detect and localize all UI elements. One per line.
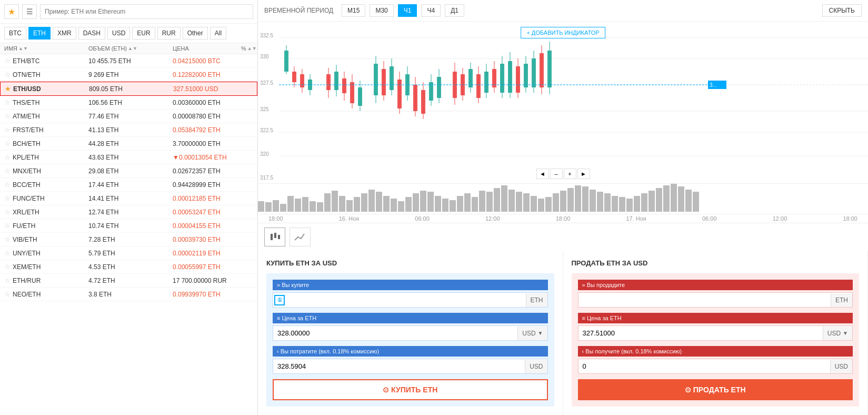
tab-other[interactable]: Other xyxy=(183,27,208,39)
star-icon[interactable]: ☆ xyxy=(4,140,11,147)
period-m30[interactable]: М30 xyxy=(370,4,393,17)
volume-bar xyxy=(457,196,463,212)
tab-btc[interactable]: BTC xyxy=(4,27,26,39)
table-row[interactable]: ☆ MNX/ETH 29.08 ETH 0.02672357 ETH 23.72… xyxy=(0,164,257,178)
sell-amount-input[interactable] xyxy=(578,293,831,307)
table-row[interactable]: ☆ ETH/BTC 10 455.75 ETH 0.04215000 BTC -… xyxy=(0,54,257,68)
sell-get-section: ‹ Вы получите (вкл. 0.18% комиссию) USD xyxy=(578,346,853,374)
sell-button[interactable]: ⊙ ПРОДАТЬ ETH xyxy=(578,379,853,400)
volume-cell: 41.13 ETH xyxy=(88,126,173,134)
price-cell: ▼0.00013054 ETH xyxy=(173,154,241,161)
table-row[interactable]: ☆ FU/ETH 10.74 ETH 0.00004155 ETH -8.36% xyxy=(0,219,257,233)
star-icon[interactable]: ☆ xyxy=(4,167,11,175)
pair-cell: ☆ MNX/ETH xyxy=(4,167,88,175)
table-row[interactable]: ★ ETH/USD 809.05 ETH 327.51000 USD -0.87… xyxy=(0,82,257,96)
tab-all[interactable]: All xyxy=(210,27,226,39)
change-cell: -0.47% xyxy=(241,209,257,216)
currency-tabs: BTC ETH XMR DASH USD EUR RUR Other All xyxy=(0,24,257,43)
buy-button[interactable]: ⊙ КУПИТЬ ETH xyxy=(273,379,548,400)
tab-eur[interactable]: EUR xyxy=(132,27,155,39)
sort-arrows-change[interactable]: ▲▼ xyxy=(247,46,257,51)
table-row[interactable]: ☆ KPL/ETH 43.63 ETH ▼0.00013054 ETH -5.3… xyxy=(0,151,257,164)
tab-usd[interactable]: USD xyxy=(107,27,130,39)
table-row[interactable]: ☆ ETH/RUR 4.72 ETH 17 700.00000 RUR 4.12… xyxy=(0,274,257,288)
pair-cell: ☆ XRL/ETH xyxy=(4,208,88,216)
table-row[interactable]: ☆ VIB/ETH 7.28 ETH 0.00039730 ETH -10.38… xyxy=(0,233,257,246)
table-row[interactable]: ☆ UNY/ETH 5.79 ETH 0.00002119 ETH -7.26% xyxy=(0,246,257,260)
star-icon[interactable]: ☆ xyxy=(4,194,11,202)
chart-nav-back[interactable]: ◄ xyxy=(536,169,549,179)
buy-price-row: USD ▼ xyxy=(273,325,548,341)
table-row[interactable]: ☆ ATM/ETH 77.46 ETH 0.00008780 ETH 6.55% xyxy=(0,110,257,123)
sell-price-input[interactable] xyxy=(578,326,823,340)
sort-arrows-name[interactable]: ▲▼ xyxy=(18,46,28,51)
period-d1[interactable]: Д1 xyxy=(445,4,464,17)
list-icon[interactable]: ☰ xyxy=(22,4,37,19)
table-row[interactable]: ☆ BCC/ETH 17.44 ETH 0.94428999 ETH 8.04% xyxy=(0,178,257,192)
chart-nav-minus[interactable]: – xyxy=(550,169,563,179)
sell-panel: ПРОДАТЬ ETH ЗА USD » Вы продадите ETH xyxy=(563,251,869,415)
table-row[interactable]: ☆ BCH/ETH 44.28 ETH 3.70000000 ETH 20.52… xyxy=(0,137,257,151)
svg-text:330: 330 xyxy=(260,54,269,60)
price-cell: 0.00004155 ETH xyxy=(173,222,241,230)
pair-cell: ☆ BCC/ETH xyxy=(4,181,88,189)
star-icon[interactable]: ☆ xyxy=(4,57,11,65)
star-icon[interactable]: ☆ xyxy=(4,263,11,271)
star-icon[interactable]: ☆ xyxy=(4,290,11,298)
tab-rur[interactable]: RUR xyxy=(157,27,181,39)
chart-type-line[interactable] xyxy=(290,228,311,246)
star-icon[interactable]: ☆ xyxy=(4,181,11,189)
star-icon[interactable]: ☆ xyxy=(4,222,11,230)
star-icon[interactable]: ☆ xyxy=(4,112,11,120)
sell-get-input[interactable] xyxy=(578,359,830,373)
period-h1[interactable]: Ч1 xyxy=(398,4,417,17)
period-h4[interactable]: Ч4 xyxy=(421,4,441,17)
buy-amount-input[interactable] xyxy=(286,293,526,307)
table-row[interactable]: ☆ OTN/ETH 9 269 ETH 0.12282000 ETH -13.3… xyxy=(0,68,257,82)
star-icon[interactable]: ☆ xyxy=(4,71,11,78)
volume-bar xyxy=(464,193,471,212)
favorites-icon[interactable]: ★ xyxy=(4,4,19,19)
period-m15[interactable]: М15 xyxy=(342,4,365,17)
add-indicator-button[interactable]: + ДОБАВИТЬ ИНДИКАТОР xyxy=(521,27,605,38)
hide-button[interactable]: СКРЫТЬ xyxy=(822,4,862,17)
buy-amount-currency: ETH xyxy=(526,293,547,307)
star-icon[interactable]: ★ xyxy=(5,85,11,93)
star-icon[interactable]: ☆ xyxy=(4,276,11,284)
change-cell: -14.48% xyxy=(241,291,257,298)
table-row[interactable]: ☆ FUNC/ETH 14.41 ETH 0.00012185 ETH -48.… xyxy=(0,192,257,205)
tab-eth[interactable]: ETH xyxy=(28,27,51,39)
star-icon[interactable]: ☆ xyxy=(4,208,11,216)
svg-text:327.5: 327.5 xyxy=(260,80,273,86)
star-icon[interactable]: ☆ xyxy=(4,126,11,134)
chart-nav-forward[interactable]: ► xyxy=(577,169,590,179)
sell-price-currency-chevron[interactable]: ▼ xyxy=(843,330,848,336)
table-row[interactable]: ☆ FRST/ETH 41.13 ETH 0.05384792 ETH -0.1… xyxy=(0,123,257,137)
buy-price-currency: USD ▼ xyxy=(517,327,547,340)
buy-form: » Вы купите ① ETH ≡ Цена за ETH xyxy=(266,273,554,407)
header-name: ИМЯ ▲▼ xyxy=(4,45,88,52)
chart-type-candlestick[interactable] xyxy=(264,228,285,246)
table-row[interactable]: ☆ XRL/ETH 12.74 ETH 0.00053247 ETH -0.47… xyxy=(0,205,257,219)
buy-price-currency-chevron[interactable]: ▼ xyxy=(538,330,543,336)
table-row[interactable]: ☆ THS/ETH 106.56 ETH 0.00360000 ETH 0% xyxy=(0,96,257,110)
table-row[interactable]: ☆ NEO/ETH 3.8 ETH 0.09939970 ETH -14.48% xyxy=(0,288,257,301)
tab-dash[interactable]: DASH xyxy=(78,27,105,39)
search-input[interactable] xyxy=(40,4,253,19)
table-header: ИМЯ ▲▼ ОБЪЕМ (ETH) ▲▼ ЦЕНА % ▲▼ xyxy=(0,43,257,54)
star-icon[interactable]: ☆ xyxy=(4,98,11,106)
pair-name: ATM/ETH xyxy=(13,113,40,120)
star-icon[interactable]: ☆ xyxy=(4,235,11,243)
price-cell: 0.04215000 BTC xyxy=(173,57,241,65)
sort-arrows-volume[interactable]: ▲▼ xyxy=(128,46,137,51)
tab-xmr[interactable]: XMR xyxy=(53,27,76,39)
volume-bar xyxy=(427,192,434,212)
buy-price-input[interactable] xyxy=(273,326,517,340)
buy-spend-input[interactable] xyxy=(273,359,525,373)
star-icon[interactable]: ☆ xyxy=(4,153,11,161)
table-row[interactable]: ☆ XEM/ETH 4.53 ETH 0.00055997 ETH -23.22… xyxy=(0,260,257,274)
chart-nav-plus[interactable]: + xyxy=(564,169,576,179)
volume-bar xyxy=(508,190,515,212)
star-icon[interactable]: ☆ xyxy=(4,249,11,257)
svg-rect-78 xyxy=(271,234,273,240)
